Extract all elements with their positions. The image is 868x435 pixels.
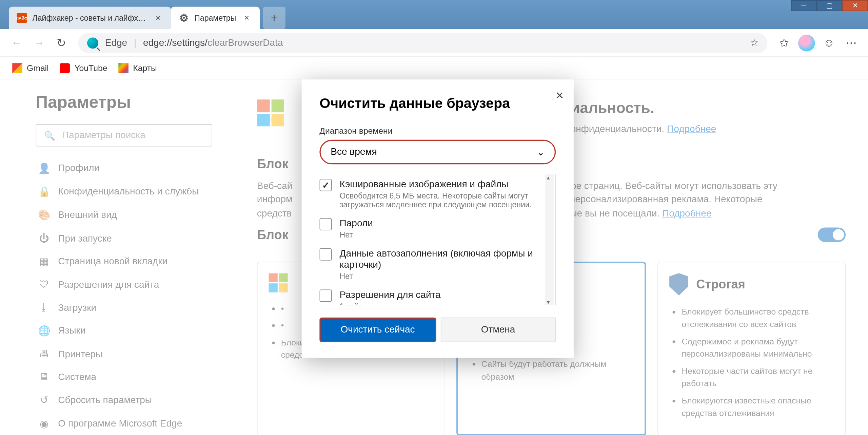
clear-data-item[interactable]: ПаролиНет	[319, 213, 544, 244]
profile-avatar[interactable]	[795, 32, 818, 54]
bookmark-youtube[interactable]: YouTube	[60, 63, 107, 73]
checkbox[interactable]	[319, 289, 332, 302]
checkbox[interactable]	[319, 179, 332, 191]
feedback-button[interactable]: ☺	[818, 32, 840, 54]
bookmark-maps[interactable]: Карты	[118, 63, 157, 73]
time-range-select[interactable]: Все время ⌄	[319, 140, 556, 164]
toolbar: ← → ↻ Edge | edge://settings/clearBrowse…	[0, 29, 868, 57]
scrollbar[interactable]	[545, 174, 554, 305]
youtube-icon	[60, 63, 70, 73]
avatar-icon	[798, 34, 815, 51]
dialog-close-button[interactable]: ✕	[555, 90, 564, 102]
tab-strip: ЛАЙФ Лайфхакер - советы и лайфхаки × ⚙ П…	[0, 0, 868, 29]
lifehacker-favicon: ЛАЙФ	[17, 13, 27, 23]
refresh-button[interactable]: ↻	[50, 32, 73, 54]
cancel-button[interactable]: Отмена	[440, 318, 556, 342]
window-maximize-button[interactable]: ▢	[816, 0, 842, 11]
bookmark-gmail[interactable]: Gmail	[12, 63, 48, 73]
address-protocol: Edge	[105, 37, 127, 49]
maps-icon	[118, 63, 129, 73]
clear-data-dialog: ✕ Очистить данные браузера Диапазон врем…	[302, 79, 574, 358]
checkbox[interactable]	[319, 248, 332, 260]
checkbox[interactable]	[319, 218, 332, 230]
edge-icon	[87, 37, 98, 49]
clear-data-item[interactable]: Данные автозаполнения (включая формы и к…	[319, 244, 544, 285]
content-area: Параметры 🔍 👤Профили🔒Конфиденциальность …	[0, 79, 868, 435]
favorites-button[interactable]: ✩	[773, 32, 795, 54]
new-tab-button[interactable]: +	[263, 7, 285, 29]
tab-title: Лайфхакер - советы и лайфхаки	[33, 14, 147, 22]
gear-icon: ⚙	[179, 13, 189, 23]
star-icon[interactable]: ☆	[750, 37, 758, 49]
address-bar[interactable]: Edge | edge://settings/clearBrowserData …	[78, 33, 768, 53]
chevron-down-icon: ⌄	[537, 146, 545, 158]
time-range-label: Диапазон времени	[319, 126, 556, 135]
clear-data-list: Кэшированные изображения и файлыОсвободи…	[319, 174, 556, 305]
clear-now-button[interactable]: Очистить сейчас	[319, 318, 436, 342]
window-minimize-button[interactable]: ─	[791, 0, 817, 11]
address-url: edge://settings/clearBrowserData	[143, 37, 283, 49]
tab-close-icon[interactable]: ×	[242, 13, 252, 23]
window-close-button[interactable]: ✕	[842, 0, 868, 11]
clear-data-item[interactable]: Разрешения для сайта1 сайт	[319, 285, 544, 305]
more-button[interactable]: ⋯	[840, 32, 863, 54]
gmail-icon	[12, 63, 22, 73]
tab-settings[interactable]: ⚙ Параметры ×	[171, 7, 259, 29]
dialog-title: Очистить данные браузера	[319, 95, 556, 111]
clear-data-item[interactable]: Кэшированные изображения и файлыОсвободи…	[319, 174, 544, 213]
window-controls: ─ ▢ ✕	[791, 0, 868, 11]
back-button: ←	[5, 32, 28, 54]
bookmarks-bar: Gmail YouTube Карты	[0, 57, 868, 79]
forward-button: →	[28, 32, 50, 54]
tab-close-icon[interactable]: ×	[153, 13, 163, 23]
tab-title: Параметры	[194, 14, 236, 22]
tab-lifehacker[interactable]: ЛАЙФ Лайфхакер - советы и лайфхаки ×	[9, 7, 171, 29]
